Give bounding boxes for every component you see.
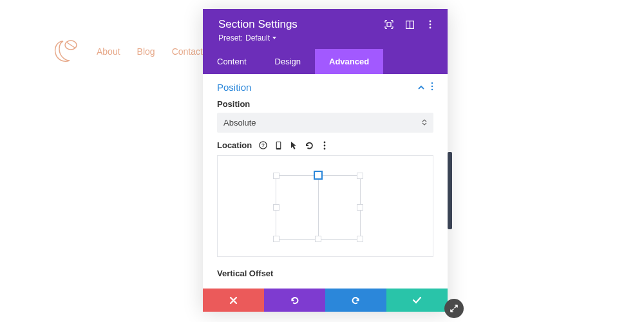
tab-advanced[interactable]: Advanced (315, 49, 383, 74)
handle-bottom-right[interactable] (357, 236, 363, 242)
page-nav: About Blog Contact (52, 39, 203, 64)
preset-label: Preset: (218, 33, 243, 43)
svg-text:?: ? (261, 142, 265, 148)
svg-point-15 (324, 144, 326, 146)
position-field: Position Absolute (203, 99, 448, 133)
tab-content[interactable]: Content (203, 49, 261, 74)
columns-icon[interactable] (405, 20, 414, 29)
undo-icon[interactable] (305, 141, 314, 150)
svg-rect-13 (276, 142, 279, 147)
tabs: Content Design Advanced (203, 49, 448, 74)
panel-footer (203, 289, 448, 312)
section-more-icon[interactable] (431, 82, 433, 93)
nav-blog[interactable]: Blog (137, 46, 155, 57)
location-box[interactable] (217, 155, 433, 257)
expand-fab[interactable] (444, 299, 464, 318)
svg-point-6 (430, 27, 431, 29)
handle-top-right[interactable] (357, 173, 363, 179)
expand-icon (450, 304, 459, 313)
svg-rect-1 (387, 23, 391, 26)
location-more-icon[interactable] (320, 141, 329, 150)
handle-mid-right[interactable] (357, 204, 363, 211)
vertical-offset-label: Vertical Offset (203, 257, 448, 278)
handle-bottom-center[interactable] (315, 236, 321, 242)
location-row: Location ? (203, 140, 448, 150)
undo-icon (290, 296, 299, 305)
undo-button[interactable] (264, 289, 325, 312)
cancel-button[interactable] (203, 289, 264, 312)
panel-body: Position Position Absolute Location ? (203, 74, 448, 289)
svg-point-7 (431, 82, 433, 84)
select-caret-icon (422, 119, 427, 127)
handle-top-left[interactable] (273, 173, 279, 179)
caret-down-icon (272, 37, 276, 39)
save-button[interactable] (386, 289, 448, 312)
redo-button[interactable] (325, 289, 386, 312)
svg-point-9 (431, 89, 433, 91)
chevron-up-icon[interactable] (418, 84, 424, 91)
position-select[interactable]: Absolute (217, 113, 433, 133)
handle-bottom-left[interactable] (273, 236, 279, 242)
nav-contact[interactable]: Contact (172, 46, 203, 57)
more-icon[interactable] (426, 20, 435, 29)
preset-value: Default (245, 33, 270, 43)
snap-icon[interactable] (384, 20, 393, 29)
scrollbar[interactable] (448, 152, 452, 229)
logo-icon (52, 39, 80, 64)
phone-icon[interactable] (274, 141, 283, 150)
redo-icon (351, 296, 361, 305)
section-settings-panel: Section Settings Preset: Default Content… (203, 9, 448, 312)
position-value: Absolute (223, 118, 256, 128)
handle-mid-left[interactable] (273, 204, 279, 211)
help-icon[interactable]: ? (258, 141, 267, 150)
panel-header: Section Settings Preset: Default (203, 9, 448, 49)
section-title: Position (217, 82, 251, 93)
location-inner-rect (276, 175, 361, 240)
svg-point-8 (431, 86, 433, 88)
handle-top-center-selected[interactable] (314, 171, 323, 180)
panel-title: Section Settings (218, 18, 298, 31)
close-icon (229, 296, 238, 305)
svg-point-14 (324, 141, 326, 143)
check-icon (412, 296, 422, 304)
svg-point-5 (430, 24, 431, 26)
position-label: Position (217, 99, 433, 109)
nav-about[interactable]: About (97, 46, 120, 57)
svg-point-4 (430, 21, 431, 23)
location-label: Location (217, 140, 252, 150)
cursor-icon[interactable] (289, 141, 298, 150)
svg-point-16 (324, 147, 326, 149)
preset-selector[interactable]: Preset: Default (218, 33, 435, 43)
tab-design[interactable]: Design (261, 49, 315, 74)
location-vline (318, 176, 319, 239)
section-header: Position (203, 74, 448, 99)
